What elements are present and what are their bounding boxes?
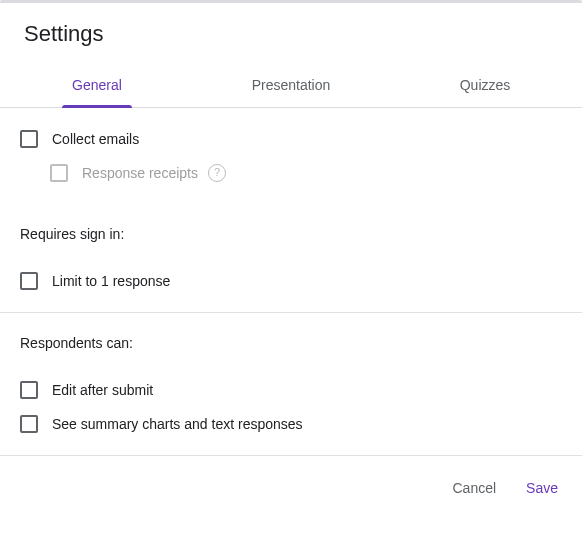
section-respondents: Edit after submit See summary charts and… bbox=[0, 359, 582, 455]
label-limit-one: Limit to 1 response bbox=[52, 273, 170, 289]
checkbox-limit-one[interactable] bbox=[20, 272, 38, 290]
save-button[interactable]: Save bbox=[522, 474, 562, 502]
row-see-summary: See summary charts and text responses bbox=[20, 407, 562, 441]
checkbox-response-receipts bbox=[50, 164, 68, 182]
section-signin: Limit to 1 response bbox=[0, 250, 582, 312]
checkbox-see-summary[interactable] bbox=[20, 415, 38, 433]
tab-general[interactable]: General bbox=[0, 63, 194, 107]
row-edit-after: Edit after submit bbox=[20, 373, 562, 407]
heading-requires-signin: Requires sign in: bbox=[0, 204, 582, 250]
cancel-button[interactable]: Cancel bbox=[448, 474, 500, 502]
label-edit-after: Edit after submit bbox=[52, 382, 153, 398]
heading-respondents-can: Respondents can: bbox=[0, 313, 582, 359]
label-see-summary: See summary charts and text responses bbox=[52, 416, 303, 432]
label-collect-emails: Collect emails bbox=[52, 131, 139, 147]
row-limit-one: Limit to 1 response bbox=[20, 264, 562, 298]
checkbox-collect-emails[interactable] bbox=[20, 130, 38, 148]
tab-presentation[interactable]: Presentation bbox=[194, 63, 388, 107]
footer: Cancel Save bbox=[0, 456, 582, 520]
tab-quizzes[interactable]: Quizzes bbox=[388, 63, 582, 107]
label-response-receipts: Response receipts bbox=[82, 165, 198, 181]
settings-title: Settings bbox=[0, 3, 582, 55]
help-icon[interactable]: ? bbox=[208, 164, 226, 182]
row-response-receipts: Response receipts ? bbox=[20, 156, 562, 190]
checkbox-edit-after[interactable] bbox=[20, 381, 38, 399]
section-email: Collect emails Response receipts ? bbox=[0, 108, 582, 204]
row-collect-emails: Collect emails bbox=[20, 122, 562, 156]
tabs: General Presentation Quizzes bbox=[0, 63, 582, 108]
